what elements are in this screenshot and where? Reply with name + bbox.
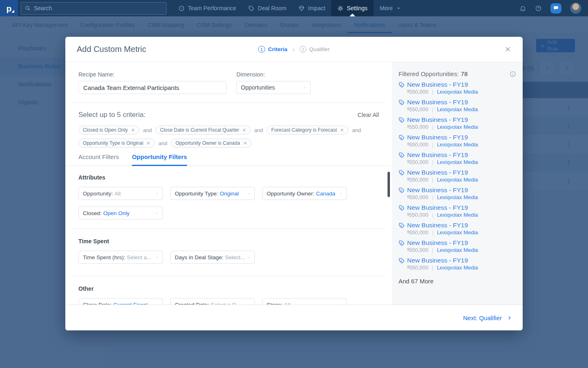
company-link[interactable]: Lexiqvolax Media bbox=[437, 194, 478, 200]
opportunities-list: $ New Business - FY19 $550,000 | Lexiqvo… bbox=[399, 81, 516, 271]
filter-select[interactable]: Opportunity Type:Original bbox=[170, 187, 255, 200]
filter-tab-label: Opportunity Filters bbox=[132, 153, 187, 160]
notifications-bell-button[interactable] bbox=[519, 5, 526, 12]
filters-scroll-area[interactable]: Attributes Opportunity:All Opportunity T… bbox=[65, 166, 392, 305]
filter-tab[interactable]: Account Filters bbox=[78, 153, 119, 166]
criteria-chips: Closed is Open Only✕and Close Date is Cu… bbox=[78, 126, 379, 148]
opportunity-link[interactable]: New Business - FY19 bbox=[407, 99, 468, 106]
chevron-down-icon bbox=[154, 255, 158, 260]
svg-text:$: $ bbox=[401, 242, 402, 245]
criteria-chip[interactable]: Forecast Category is Forecast✕ bbox=[267, 126, 348, 135]
nav-item-deal-room[interactable]: Deal Room bbox=[242, 0, 292, 16]
remove-chip-icon[interactable]: ✕ bbox=[340, 128, 344, 132]
search-input[interactable] bbox=[34, 5, 162, 11]
scrollbar-thumb[interactable] bbox=[388, 172, 390, 197]
filter-select[interactable]: Opportunity Owner:Canada bbox=[262, 187, 347, 200]
close-button[interactable] bbox=[504, 46, 511, 53]
nav-item-label: Deal Room bbox=[258, 5, 286, 11]
opportunity-link[interactable]: New Business - FY19 bbox=[407, 169, 468, 176]
dimension-select[interactable]: Opportunities bbox=[236, 81, 311, 94]
opportunity-title-row: $ New Business - FY19 bbox=[399, 81, 516, 88]
nav-item-more[interactable]: More bbox=[374, 0, 407, 16]
opportunity-link[interactable]: New Business - FY19 bbox=[407, 239, 468, 247]
company-link[interactable]: Lexiqvolax Media bbox=[437, 159, 478, 165]
search-icon bbox=[25, 5, 31, 11]
next-qualifier-button[interactable]: Next: Qualifier bbox=[463, 314, 512, 321]
criteria-heading: Select up to 5 criteria: bbox=[78, 111, 145, 119]
filter-select[interactable]: Closed:Open Only bbox=[78, 206, 163, 220]
opportunity-link[interactable]: New Business - FY19 bbox=[407, 257, 468, 264]
filter-select-label: Stage: bbox=[267, 302, 283, 305]
info-button[interactable] bbox=[510, 71, 516, 77]
opportunity-item: $ New Business - FY19 $550,000 | Lexiqvo… bbox=[399, 116, 516, 130]
remove-chip-icon[interactable]: ✕ bbox=[242, 128, 246, 132]
opportunity-link[interactable]: New Business - FY19 bbox=[407, 151, 468, 159]
chevron-down-icon bbox=[302, 85, 306, 90]
nav-item-settings[interactable]: Settings bbox=[331, 0, 374, 16]
opportunity-link[interactable]: New Business - FY19 bbox=[407, 134, 468, 141]
filter-select[interactable]: Time Spent (hrs):Select a... bbox=[78, 251, 163, 264]
filter-select-label: Days in Deal Stage: bbox=[175, 254, 223, 260]
company-link[interactable]: Lexiqvolax Media bbox=[437, 141, 478, 148]
opportunity-link[interactable]: New Business - FY19 bbox=[407, 116, 468, 123]
navbar-right bbox=[519, 2, 588, 14]
filter-select[interactable]: Close Date:Current Fiscal... bbox=[78, 298, 163, 305]
criteria-chip-label: Opportunity Type is Original bbox=[83, 140, 143, 146]
criteria-chip[interactable]: Opportunity Owner is Canada✕ bbox=[171, 139, 252, 148]
remove-chip-icon[interactable]: ✕ bbox=[243, 141, 247, 146]
price-tag-icon: $ bbox=[399, 82, 405, 88]
currency-symbol: $ bbox=[407, 124, 409, 128]
user-avatar[interactable] bbox=[570, 2, 581, 14]
criteria-chip[interactable]: Closed is Open Only✕ bbox=[78, 126, 139, 135]
opportunity-link[interactable]: New Business - FY19 bbox=[407, 204, 468, 211]
chat-button[interactable] bbox=[550, 3, 561, 13]
opportunity-detail-row: $550,000 | Lexiqvolax Media bbox=[399, 124, 516, 130]
price-tag-icon: $ bbox=[399, 187, 405, 193]
clear-all-button[interactable]: Clear All bbox=[358, 112, 379, 118]
separator: | bbox=[432, 89, 433, 95]
company-link[interactable]: Lexiqvolax Media bbox=[437, 177, 478, 183]
opportunity-link[interactable]: New Business - FY19 bbox=[407, 186, 468, 194]
step-criteria[interactable]: 1 Criteria bbox=[258, 46, 287, 53]
tag-icon bbox=[248, 5, 254, 11]
company-link[interactable]: Lexiqvolax Media bbox=[437, 124, 478, 130]
step-qualifier[interactable]: 2 Qualifier bbox=[299, 46, 330, 53]
opportunity-link[interactable]: New Business - FY19 bbox=[407, 81, 468, 88]
criteria-chip[interactable]: Opportunity Type is Original✕ bbox=[78, 139, 155, 148]
attributes-selects: Opportunity:All Opportunity Type:Origina… bbox=[78, 187, 379, 220]
modal-header: Add Custom Metric 1 Criteria › 2 Qualifi… bbox=[65, 37, 523, 62]
company-link[interactable]: Lexiqvolax Media bbox=[437, 265, 478, 271]
company-link[interactable]: Lexiqvolax Media bbox=[437, 212, 478, 218]
info-icon bbox=[510, 71, 516, 77]
opportunity-amount: 550,000 bbox=[409, 89, 428, 95]
nav-item-impact[interactable]: Impact bbox=[292, 0, 331, 16]
global-search[interactable] bbox=[20, 2, 167, 15]
company-link[interactable]: Lexiqvolax Media bbox=[437, 89, 478, 95]
filter-select[interactable]: Stage:All bbox=[262, 298, 347, 305]
opportunity-link[interactable]: New Business - FY19 bbox=[407, 222, 468, 229]
svg-text:$: $ bbox=[401, 101, 402, 104]
company-link[interactable]: Lexiqvolax Media bbox=[437, 229, 478, 236]
currency-symbol: $ bbox=[407, 265, 409, 269]
help-button[interactable] bbox=[535, 5, 542, 12]
nav-item-team-performance[interactable]: Team Performance bbox=[172, 0, 242, 16]
criteria-chip-label: Forecast Category is Forecast bbox=[271, 127, 337, 133]
filter-select[interactable]: Days in Deal Stage:Select... bbox=[170, 251, 255, 264]
svg-text:$: $ bbox=[401, 172, 402, 174]
currency-symbol: $ bbox=[407, 159, 409, 164]
recipe-name-input[interactable] bbox=[78, 81, 227, 94]
separator: | bbox=[432, 142, 433, 148]
criteria-chip[interactable]: Close Date is Current Fiscal Quarter✕ bbox=[156, 126, 251, 135]
filter-select[interactable]: Opportunity:All bbox=[78, 187, 163, 200]
remove-chip-icon[interactable]: ✕ bbox=[147, 141, 150, 146]
filter-tab[interactable]: Opportunity Filters bbox=[132, 153, 187, 166]
separator: | bbox=[432, 265, 433, 271]
opportunity-detail-row: $550,000 | Lexiqvolax Media bbox=[399, 194, 516, 200]
opportunity-detail-row: $550,000 | Lexiqvolax Media bbox=[399, 229, 516, 236]
company-link[interactable]: Lexiqvolax Media bbox=[437, 247, 478, 253]
filter-select[interactable]: Created Date:Select a R... bbox=[170, 298, 255, 305]
company-link[interactable]: Lexiqvolax Media bbox=[437, 106, 478, 112]
app-logo[interactable]: p bbox=[0, 0, 18, 16]
help-icon bbox=[535, 5, 542, 12]
remove-chip-icon[interactable]: ✕ bbox=[131, 128, 135, 132]
